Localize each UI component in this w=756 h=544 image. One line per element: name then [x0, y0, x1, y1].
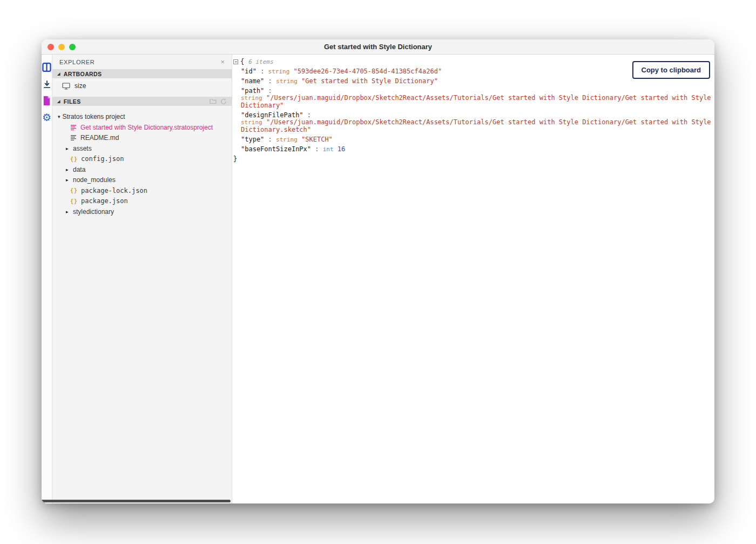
json-value: "593dee26-73e4-4705-854d-41385cf4a26d" [294, 68, 442, 75]
json-value: "Get started with Style Dictionary" [301, 77, 438, 85]
tree-item[interactable]: ▸node_modules [52, 175, 232, 186]
desktop-wallpaper: Get started with Style Dictionary [0, 0, 756, 544]
chevron-right-icon: ▸ [66, 167, 70, 172]
open-folder-icon[interactable] [210, 98, 217, 104]
json-key: "id" [241, 68, 256, 75]
activity-bar: ⚙ [42, 55, 52, 503]
tree-item[interactable]: ▸data [52, 164, 232, 175]
app-window: Get started with Style Dictionary [42, 39, 714, 503]
tree-item-label: package.json [81, 197, 128, 205]
json-type-label: string [268, 68, 290, 75]
chevron-down-icon: ▾ [58, 114, 60, 119]
json-value: "SKETCH" [301, 136, 333, 143]
json-file-icon: {} [70, 156, 78, 162]
json-type-label: string [241, 95, 262, 102]
collapse-triangle-icon: ◢ [57, 72, 60, 76]
tree-item-label: README.md [80, 134, 119, 142]
json-file-icon: {} [70, 198, 78, 204]
horizontal-scrollbar[interactable] [42, 500, 231, 502]
collapse-triangle-icon: ◢ [57, 99, 60, 103]
json-entries: "id" : string "593dee26-73e4-4705-854d-4… [233, 68, 714, 153]
zoom-window-button[interactable] [69, 44, 76, 50]
tree-item-label: assets [73, 145, 92, 152]
explorer-panel: EXPLORER × ◢ ARTBOARDS size ◢ FILES [52, 55, 232, 503]
close-window-button[interactable] [48, 44, 54, 50]
tree-item-label: package-lock.json [81, 187, 147, 194]
file-lines-icon [70, 135, 77, 141]
json-entry: "designFilePath" : string "/Users/juan.m… [241, 112, 714, 134]
tree-item[interactable]: ▸assets [52, 143, 232, 154]
settings-button[interactable]: ⚙ [42, 109, 52, 126]
file-lines-icon [70, 124, 77, 131]
items-count: 6 items [248, 58, 273, 65]
json-type-label: int [323, 146, 334, 153]
json-key: "type" [241, 136, 264, 143]
artboard-label: size [75, 82, 86, 90]
json-entry: "baseFontSizeInPx" : int 16 [241, 146, 714, 153]
json-key: "baseFontSizeInPx" [241, 145, 311, 153]
json-key: "path" [241, 87, 264, 95]
close-brace: } [233, 155, 237, 163]
artboards-section-header[interactable]: ◢ ARTBOARDS [52, 69, 232, 78]
files-section-label: FILES [64, 98, 81, 105]
tree-item[interactable]: ▸styledictionary [52, 206, 232, 217]
tree-item-label: data [73, 166, 85, 173]
chevron-right-icon: ▸ [66, 177, 70, 183]
book-icon [42, 62, 52, 72]
tree-item[interactable]: Get started with Style Dictionary.strato… [52, 122, 232, 133]
json-entry: "type" : string "SKETCH" [241, 136, 714, 144]
json-value: "/Users/juan.maguid/Dropbox/Sketch2React… [241, 94, 711, 109]
json-entry: "path" : string "/Users/juan.maguid/Drop… [241, 88, 714, 110]
json-viewer-panel: Copy to clipboard {6 items "id" : string… [232, 55, 714, 503]
document-button[interactable] [42, 92, 52, 109]
json-file-icon: {} [70, 187, 78, 193]
file-tree: ▾ Stratos tokens project Get started wit… [52, 106, 232, 217]
window-titlebar[interactable]: Get started with Style Dictionary [42, 39, 714, 55]
open-brace: { [240, 58, 244, 65]
tree-item-label: Get started with Style Dictionary.strato… [80, 124, 213, 131]
library-button[interactable] [42, 59, 52, 76]
artboard-monitor-icon [62, 83, 70, 90]
copy-to-clipboard-button[interactable]: Copy to clipboard [632, 61, 711, 79]
tree-item-label: config.json [81, 155, 124, 163]
close-explorer-icon[interactable]: × [220, 58, 225, 65]
files-section-actions [210, 98, 227, 105]
json-close-line: } [233, 156, 714, 163]
download-button[interactable] [42, 76, 52, 92]
json-key: "designFilePath" [241, 111, 303, 119]
traffic-lights [48, 39, 76, 54]
collapse-minus-icon[interactable] [233, 59, 238, 64]
tree-root-label: Stratos tokens project [63, 113, 125, 120]
json-key: "name" [241, 77, 264, 85]
file-tree-items: Get started with Style Dictionary.strato… [52, 122, 232, 217]
minimize-window-button[interactable] [58, 44, 65, 50]
tree-root-stratos-tokens-project[interactable]: ▾ Stratos tokens project [52, 111, 232, 122]
refresh-icon[interactable] [220, 98, 227, 105]
artboard-item-size[interactable]: size [52, 78, 232, 93]
window-title: Get started with Style Dictionary [324, 43, 432, 51]
json-type-label: string [276, 78, 298, 85]
tree-item-label: styledictionary [73, 208, 114, 216]
artboards-section-label: ARTBOARDS [64, 71, 102, 77]
tree-item-label: node_modules [73, 176, 116, 184]
files-section-header[interactable]: ◢ FILES [52, 97, 232, 106]
json-type-label: string [241, 119, 262, 126]
document-icon [42, 96, 51, 106]
chevron-right-icon: ▸ [66, 209, 70, 214]
chevron-right-icon: ▸ [66, 146, 70, 151]
json-value: "/Users/juan.maguid/Dropbox/Sketch2React… [241, 118, 711, 133]
tree-item[interactable]: README.md [52, 133, 232, 144]
gear-icon: ⚙ [42, 112, 51, 123]
explorer-header: EXPLORER × [52, 55, 232, 69]
json-type-label: string [276, 136, 298, 143]
download-icon [42, 79, 52, 89]
json-value: 16 [338, 145, 345, 153]
explorer-title: EXPLORER [59, 59, 95, 65]
